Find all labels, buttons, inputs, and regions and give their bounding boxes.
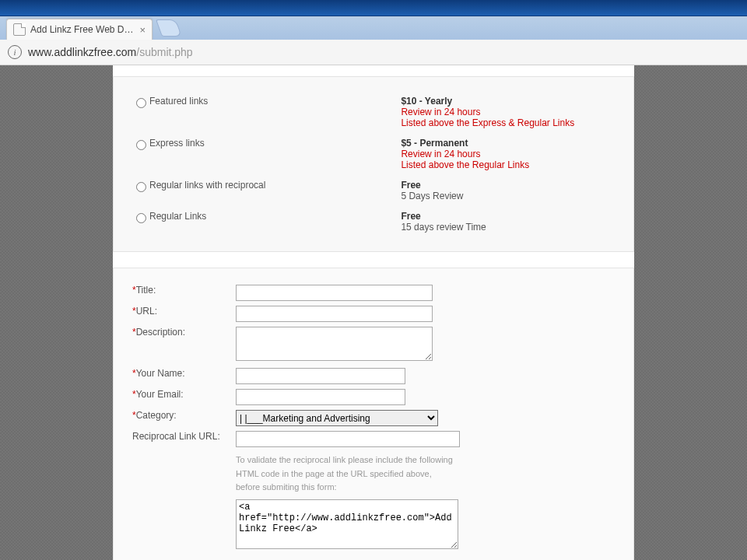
reciprocal-code[interactable]: <a href="http://www.addlinkzfree.com">Ad… bbox=[236, 499, 458, 549]
link-type-price: Free bbox=[401, 180, 615, 191]
link-type-label: Regular links with reciprocal bbox=[149, 180, 265, 191]
link-type-detail: Review in 24 hours bbox=[401, 107, 615, 117]
browser-tab[interactable]: Add Linkz Free Web Direc × bbox=[6, 19, 153, 40]
link-type-radio[interactable] bbox=[136, 140, 146, 150]
url-host: www.addlinkzfree.com bbox=[28, 46, 136, 58]
link-type-radio[interactable] bbox=[136, 98, 146, 108]
label-description: Description: bbox=[136, 327, 185, 338]
label-reciprocal: Reciprocal Link URL: bbox=[132, 431, 220, 442]
link-type-price: Free bbox=[401, 211, 615, 222]
email-input[interactable] bbox=[236, 389, 405, 405]
content-column: Featured links$10 - YearlyReview in 24 h… bbox=[113, 65, 634, 560]
new-tab-button[interactable] bbox=[156, 19, 182, 37]
submit-form-panel: *Title: *URL: *Description: *Your Name: bbox=[113, 268, 634, 560]
link-type-table: Featured links$10 - YearlyReview in 24 h… bbox=[129, 91, 618, 237]
link-type-label: Express links bbox=[149, 138, 205, 149]
link-type-price: $5 - Permanent bbox=[401, 138, 615, 149]
url-text: www.addlinkzfree.com/submit.php bbox=[28, 46, 193, 58]
link-type-radio[interactable] bbox=[136, 213, 146, 223]
tab-strip: Add Linkz Free Web Direc × bbox=[0, 16, 747, 40]
submit-form-table: *Title: *URL: *Description: *Your Name: bbox=[129, 282, 463, 560]
close-tab-icon[interactable]: × bbox=[139, 24, 146, 36]
link-type-detail: Listed above the Express & Regular Links bbox=[401, 117, 615, 128]
window-titlebar bbox=[0, 0, 747, 16]
label-title: Title: bbox=[136, 285, 156, 296]
link-type-radio[interactable] bbox=[136, 182, 146, 192]
page-background: Featured links$10 - YearlyReview in 24 h… bbox=[0, 65, 747, 560]
name-input[interactable] bbox=[236, 368, 405, 384]
url-path: /submit.php bbox=[136, 46, 192, 58]
address-bar[interactable]: i www.addlinkzfree.com/submit.php bbox=[0, 40, 747, 65]
label-email: Your Email: bbox=[136, 389, 184, 400]
label-category: Category: bbox=[136, 410, 177, 421]
page-icon bbox=[13, 23, 26, 36]
link-type-detail: Review in 24 hours bbox=[401, 149, 615, 159]
reciprocal-hint: To validate the reciprocal link please i… bbox=[236, 453, 458, 495]
category-select[interactable]: | |___Marketing and Advertising bbox=[236, 410, 438, 426]
link-type-detail: 15 days review Time bbox=[401, 222, 615, 233]
link-type-panel: Featured links$10 - YearlyReview in 24 h… bbox=[113, 76, 634, 252]
label-url: URL: bbox=[136, 306, 157, 317]
title-input[interactable] bbox=[236, 285, 433, 301]
link-type-detail: Listed above the Regular Links bbox=[401, 159, 615, 170]
tab-title: Add Linkz Free Web Direc bbox=[30, 24, 135, 35]
label-name: Your Name: bbox=[136, 368, 185, 379]
link-type-price: $10 - Yearly bbox=[401, 96, 615, 107]
link-type-label: Featured links bbox=[149, 96, 208, 107]
link-type-detail: 5 Days Review bbox=[401, 191, 615, 201]
reciprocal-input[interactable] bbox=[236, 431, 460, 447]
description-input[interactable] bbox=[236, 327, 433, 361]
link-type-label: Regular Links bbox=[149, 211, 206, 222]
url-input[interactable] bbox=[236, 306, 433, 322]
site-info-icon[interactable]: i bbox=[8, 45, 22, 59]
